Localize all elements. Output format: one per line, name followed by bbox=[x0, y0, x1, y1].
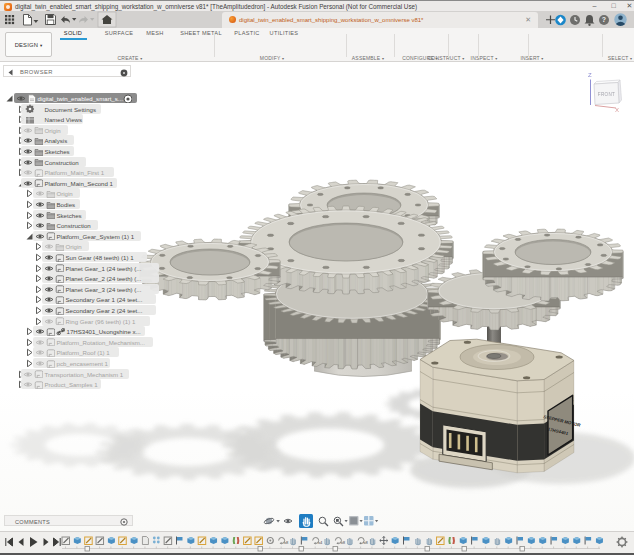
timeline-feature-extrude-icon[interactable] bbox=[596, 537, 603, 544]
timeline-feature-sketch-icon[interactable] bbox=[62, 537, 70, 545]
comments-bar[interactable]: COMMENTS bbox=[4, 515, 133, 526]
tab-close-icon[interactable]: ✕ bbox=[525, 16, 531, 24]
document-tab[interactable]: digital_twin_enabled_smart_shipping_work… bbox=[222, 12, 538, 28]
timeline-feature-extrude-icon[interactable] bbox=[108, 537, 115, 544]
tree-expanded-icon[interactable] bbox=[5, 94, 13, 102]
ribbon-group-label-modify[interactable]: MODIFY ▾ bbox=[260, 55, 284, 61]
data-panel-grid-icon[interactable] bbox=[5, 15, 14, 24]
timeline-feature-extrude-icon[interactable] bbox=[482, 537, 489, 544]
visibility-eye-off-icon[interactable] bbox=[23, 168, 33, 177]
timeline-feature-extrude-icon[interactable] bbox=[573, 537, 580, 544]
extensions-icon[interactable] bbox=[555, 15, 566, 26]
browser-collapse-icon[interactable] bbox=[7, 69, 15, 76]
undo-icon[interactable] bbox=[61, 16, 76, 24]
help-icon[interactable]: ? bbox=[599, 15, 609, 25]
timeline-group-expander[interactable] bbox=[85, 547, 90, 552]
comments-expand-icon[interactable] bbox=[120, 518, 128, 526]
visibility-eye-icon[interactable] bbox=[35, 232, 45, 241]
timeline-group-expander[interactable] bbox=[333, 547, 338, 552]
timeline-feature-sketch-y-icon[interactable] bbox=[85, 537, 93, 545]
fit-icon[interactable] bbox=[334, 517, 348, 526]
quick-access-toolbar[interactable] bbox=[0, 11, 220, 28]
step-back-icon[interactable] bbox=[19, 538, 24, 546]
navigation-bar[interactable] bbox=[262, 514, 382, 528]
timeline-gear-icon[interactable] bbox=[617, 537, 628, 548]
file-icon[interactable] bbox=[24, 15, 39, 26]
timeline-feature-pencil-icon[interactable] bbox=[255, 537, 263, 545]
timeline-feature-hand-icon[interactable] bbox=[348, 538, 352, 545]
tree-collapsed-icon[interactable] bbox=[34, 264, 42, 272]
home-icon[interactable] bbox=[98, 12, 116, 27]
timeline-feature-hand-icon[interactable] bbox=[427, 538, 431, 545]
viewports-icon[interactable] bbox=[364, 516, 378, 526]
timeline-feature-flag-icon[interactable] bbox=[585, 537, 591, 545]
ribbon-group-label-inspect[interactable]: INSPECT ▾ bbox=[471, 55, 498, 61]
timeline-feature-extrude-icon[interactable] bbox=[460, 537, 467, 544]
timeline-feature-move-icon[interactable] bbox=[380, 537, 388, 545]
timeline-feature-pattern-icon[interactable] bbox=[153, 537, 160, 544]
timeline-feature-x8-icon[interactable]: x8 bbox=[358, 538, 368, 546]
zoom-icon[interactable] bbox=[319, 517, 328, 526]
look-at-icon[interactable] bbox=[284, 519, 292, 523]
maximize-button[interactable]: □ bbox=[605, 1, 622, 11]
visibility-eye-icon[interactable] bbox=[35, 327, 45, 336]
tabbar-right-icons[interactable]: ? bbox=[540, 11, 634, 28]
tree-collapsed-icon[interactable] bbox=[25, 359, 33, 367]
visibility-eye-off-icon[interactable] bbox=[35, 189, 45, 198]
timeline-feature-extrude-icon[interactable] bbox=[562, 537, 569, 544]
job-status-icon[interactable] bbox=[570, 15, 580, 25]
timeline-feature-joint-icon[interactable] bbox=[233, 537, 240, 544]
tree-collapsed-icon[interactable] bbox=[34, 295, 42, 303]
timeline-feature-joint-icon[interactable] bbox=[448, 537, 455, 544]
visibility-eye-off-icon[interactable] bbox=[23, 380, 33, 389]
timeline-feature-flag-icon[interactable] bbox=[301, 537, 307, 545]
display-settings-icon[interactable] bbox=[349, 516, 363, 526]
close-button[interactable]: ✕ bbox=[621, 1, 634, 11]
timeline-feature-extrude-icon[interactable] bbox=[131, 537, 138, 544]
visibility-eye-icon[interactable] bbox=[44, 274, 54, 283]
timeline-feature-doc-icon[interactable] bbox=[142, 537, 148, 545]
tree-collapsed-icon[interactable] bbox=[25, 338, 33, 346]
timeline-feature-flag-icon[interactable] bbox=[472, 537, 478, 545]
tree-collapsed-icon[interactable] bbox=[34, 317, 42, 325]
timeline-group-expander[interactable] bbox=[299, 547, 304, 552]
tree-collapsed-icon[interactable] bbox=[34, 242, 42, 250]
ribbon-group-label-select[interactable]: SELECT ▾ bbox=[608, 55, 632, 61]
timeline-feature-sketch-y-icon[interactable] bbox=[119, 537, 127, 545]
ribbon-group-label-assemble[interactable]: ASSEMBLE ▾ bbox=[352, 55, 384, 61]
visibility-eye-off-icon[interactable] bbox=[23, 126, 33, 135]
timeline-feature-flag-icon[interactable] bbox=[404, 537, 410, 545]
tree-collapsed-icon[interactable] bbox=[25, 189, 33, 197]
tree-collapsed-icon[interactable] bbox=[25, 211, 33, 219]
visibility-eye-icon[interactable] bbox=[23, 158, 33, 167]
timeline-feature-x8-icon[interactable]: x8 bbox=[279, 538, 289, 546]
visibility-eye-off-icon[interactable] bbox=[23, 370, 33, 379]
view-cube[interactable]: ZXFRONT bbox=[588, 72, 622, 113]
timeline-feature-extrude-icon[interactable] bbox=[74, 537, 81, 544]
timeline-feature-sketch-y-icon[interactable] bbox=[244, 537, 252, 545]
visibility-eye-icon[interactable] bbox=[44, 295, 54, 304]
timeline-feature-hand-icon[interactable] bbox=[416, 538, 420, 545]
ribbon-group-label-insert[interactable]: INSERT ▾ bbox=[520, 55, 543, 61]
timeline-feature-flag-icon[interactable] bbox=[551, 537, 557, 545]
visibility-eye-icon[interactable] bbox=[44, 285, 54, 294]
minimize-button[interactable]: – bbox=[586, 1, 603, 11]
timeline-group-expander[interactable] bbox=[258, 547, 263, 552]
visibility-eye-icon[interactable] bbox=[23, 179, 33, 188]
tree-collapsed-icon[interactable] bbox=[34, 274, 42, 282]
visibility-eye-icon[interactable] bbox=[35, 221, 45, 230]
tree-collapsed-icon[interactable] bbox=[34, 285, 42, 293]
visibility-eye-off-icon[interactable] bbox=[35, 348, 45, 357]
timeline-feature-flag-icon[interactable] bbox=[517, 537, 523, 545]
timeline-feature-extrude-icon[interactable] bbox=[539, 537, 546, 544]
timeline-feature-extrude-icon[interactable] bbox=[221, 537, 228, 544]
browser-header[interactable]: BROWSER bbox=[3, 65, 131, 77]
profile-avatar-icon[interactable] bbox=[614, 13, 626, 26]
timeline-feature-gear-icon[interactable] bbox=[267, 538, 273, 544]
timeline-feature-extrude-icon[interactable] bbox=[528, 537, 535, 544]
timeline-contents[interactable]: x8x4x8x8 bbox=[0, 532, 634, 553]
save-icon[interactable] bbox=[46, 15, 56, 25]
timeline-feature-pencil-icon[interactable] bbox=[437, 537, 445, 545]
timeline-feature-hand-icon[interactable] bbox=[291, 538, 295, 545]
play-icon[interactable] bbox=[30, 537, 38, 547]
